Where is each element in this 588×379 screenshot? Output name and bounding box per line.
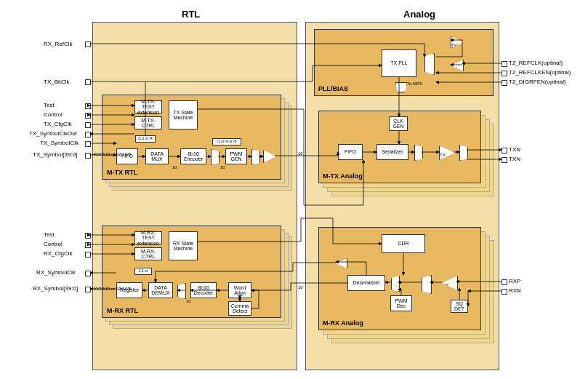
portbox: [502, 71, 507, 76]
port-tx-control: Control: [44, 111, 63, 118]
port-rxn: RXN: [509, 287, 521, 294]
label-mrx-rtl: M-RX RTL: [107, 307, 138, 314]
port-tx-cfgclk: TX_CfgClk: [44, 121, 72, 127]
port-tx-symbolclk: TX_SymbolClk: [40, 140, 78, 146]
block-sq-det: SQ DET: [451, 300, 468, 313]
mux-rx-src: [422, 275, 432, 294]
block-fifo: FIFO: [116, 148, 138, 164]
divider-1-4-8: /1 or /4 or /8: [212, 138, 241, 145]
portbox: [85, 271, 91, 276]
title-analog: Analog: [403, 9, 435, 20]
portbox: [85, 233, 91, 239]
portbox: [502, 61, 507, 67]
block-data-demux: DATA DEMUX: [148, 282, 173, 298]
bus-width-10-mid: 10: [298, 151, 303, 156]
portbox: [85, 132, 91, 137]
port-tx-test: Test: [44, 102, 55, 108]
portbox: [85, 122, 91, 128]
portbox: [502, 148, 507, 153]
demux-trap: [177, 283, 186, 299]
block-data-mux: DATA MUX: [145, 148, 169, 164]
mux-to-mrx: [395, 82, 407, 92]
block-8b10-dec: 8b10 Decoder: [190, 282, 217, 298]
port-t2-refclk: T2_REFCLK(optinal): [509, 60, 563, 66]
block-clk-gen: CLK GEN: [389, 116, 408, 131]
portbox: [85, 153, 91, 159]
bus-width-10-c: 10: [186, 299, 191, 303]
block-serializer: Serializer: [376, 144, 408, 160]
port-rx-symbolclk: RX_SymbolClk: [36, 269, 76, 276]
bus-width-10-b: 10: [220, 165, 225, 169]
portbox: [85, 252, 91, 258]
port-txn-2: TXN: [509, 156, 520, 162]
title-rtl: RTL: [182, 9, 200, 20]
mux-refclk-sel: [424, 53, 435, 75]
port-rxp: RXP: [509, 278, 520, 284]
portbox: [85, 41, 91, 47]
portbox: [85, 103, 91, 109]
block-mrx-test: M-RX-TEST extension: [134, 231, 162, 244]
port-tx-bitclk: TX_BitClk: [44, 79, 70, 85]
block-fifo-analog: FIFO: [338, 144, 363, 160]
bus-width-10-a: 10: [172, 165, 177, 169]
portbox: [85, 113, 91, 119]
port-t2-refclken: T2_REFCLKEN(optinal): [509, 69, 571, 76]
block-pwm-dec: PWM Dec: [390, 295, 412, 311]
block-word-align: Word Align: [228, 282, 251, 298]
mux-deserializer: [391, 276, 400, 292]
block-deserializer: Deserializer: [347, 275, 385, 291]
block-cdr: CDR: [382, 234, 425, 253]
port-tx-symbol: TX_Symbol[39:0]: [33, 151, 77, 158]
portbox: [85, 287, 91, 292]
label-pll-bias: PLL/BIAS: [318, 85, 348, 92]
label-mrx-analog: M-RX Analog: [323, 319, 363, 327]
bus-40-20-10-a: 40/20/10 or 32/16/8: [93, 152, 131, 156]
portbox: [502, 279, 507, 285]
port-txn-1: TXN: [509, 146, 520, 153]
portbox: [502, 289, 507, 295]
label-mtx-rtl: M-TX RTL: [107, 169, 137, 176]
divider-rx-12: 1,2 or: [134, 268, 152, 275]
block-pwm-gen: PWM GEN: [225, 148, 247, 164]
block-comma-detect: Comma Detect: [228, 301, 251, 316]
portbox: [502, 157, 507, 163]
port-t2-digrfen: T2_DIGRFEN(optinal): [509, 79, 566, 85]
mux-post-pwm: [251, 149, 260, 165]
port-rx-cfgclk: RX_CfgClk: [44, 250, 73, 257]
port-rx-control: Control: [44, 241, 63, 247]
divider-12-4: /1,2 or /4: [135, 135, 156, 143]
block-tx-state: TX State Machine: [169, 100, 198, 129]
diagram-root: RTL Analog M-TX RTL M-TX-TEST extension …: [0, 0, 588, 379]
port-rx-symbol: RX_Symbol[39:0]: [33, 285, 78, 292]
block-rx-state: RX State Machine: [169, 231, 198, 260]
block-mtx-test: M-TX-TEST extension: [134, 100, 162, 113]
to-mrx-label: To MRX: [407, 81, 422, 86]
block-mtx-ctrl: M-TX- CTRL: [134, 116, 162, 129]
port-rx-refclk: RX_RefClk: [44, 41, 73, 47]
portbox: [85, 141, 91, 147]
portbox: [85, 79, 91, 85]
bus-width-10-rx: 10: [298, 285, 303, 290]
block-mrx-ctrl: M-RX- CTRL: [134, 247, 162, 260]
bus-40-20-10-b: 40/20/10 or 32/16/8: [93, 287, 131, 291]
mux-serializer: [414, 145, 423, 161]
mux-post-enc: [211, 149, 220, 165]
label-mtx-analog: M-TX Analog: [323, 172, 363, 180]
portbox: [502, 80, 507, 86]
block-tx-pll: TX PLL: [382, 49, 416, 77]
mux-tx-out: [459, 145, 468, 161]
block-8b10-enc: 8b10 Encoder: [180, 148, 206, 164]
portbox: [85, 242, 91, 248]
port-tx-symbolclkout: TX_SymbolClkOut: [29, 130, 77, 137]
port-rx-test: Test: [44, 231, 55, 238]
